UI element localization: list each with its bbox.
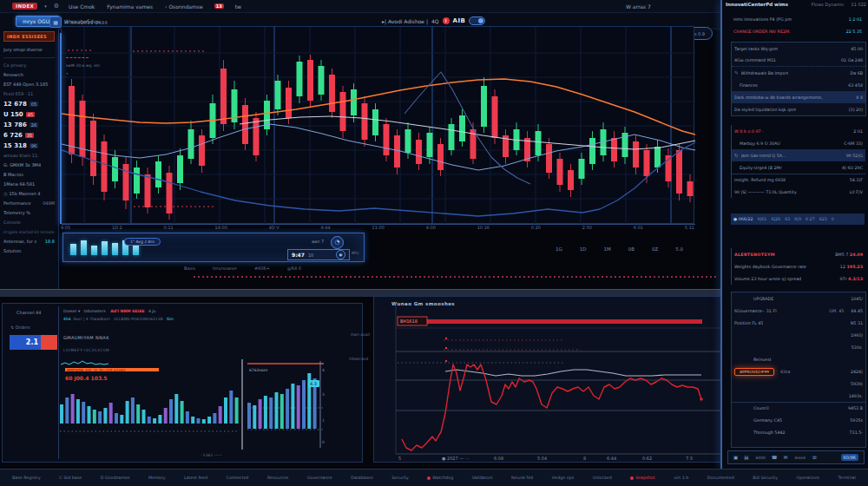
sidebar-row[interactable]: Equity-Urge4 (B 2Mr4) 6U 29C [732, 161, 865, 174]
sidebar-row[interactable]: CHANGE ORDER INV RE2M.22 5.35 [731, 25, 865, 37]
camera-icon[interactable]: ▣ [733, 455, 738, 460]
sidebar-item[interactable]: Antennas, fur s18.8 [3, 237, 55, 246]
status-item[interactable]: Validators [472, 476, 493, 480]
status-item[interactable]: Hedge ops [552, 476, 575, 480]
candlestick-chart[interactable] [62, 27, 695, 225]
status-item[interactable]: Latest feed [184, 476, 207, 480]
status-item[interactable]: Operations [797, 476, 819, 480]
sidebar-item[interactable]: Jury smqe diverse [3, 45, 55, 55]
status-item[interactable]: Base Registry [12, 476, 41, 480]
account-circle-icon[interactable]: ◔ [331, 236, 344, 249]
sidebar-row[interactable]: ALERTSNOTSYMBM5 7 24.09 [732, 248, 865, 260]
globe-icon[interactable]: ◉ [336, 250, 345, 259]
grid-view-icon[interactable]: ▦ [49, 16, 62, 28]
watchlist-row[interactable]: 6 72635 [3, 130, 55, 141]
sidebar-row[interactable]: 4Gw command M3101 Ga 248 [732, 55, 865, 67]
status-item[interactable]: Connected [227, 476, 249, 480]
sidebar-row[interactable]: Reinvest [732, 353, 865, 365]
status-item[interactable]: Governance [307, 476, 332, 480]
timeframe-button[interactable]: 5.0 [675, 246, 683, 252]
timeframe-button[interactable]: 1D [580, 246, 587, 252]
footer-chip[interactable]: 60/96 [841, 454, 858, 461]
sidebar-row[interactable]: Germany C455935s [732, 414, 865, 426]
sidebar-row[interactable]: Finances63 458 [732, 79, 865, 91]
page-button[interactable]: 6 27 [806, 217, 815, 221]
sidebar-row[interactable]: W 8 b o 0.97 ·2:01 [732, 125, 865, 137]
sidebar-row[interactable]: 5939) [732, 378, 865, 390]
timeframe-button[interactable]: 1G [556, 246, 562, 252]
status-item[interactable]: Unlocked [593, 476, 612, 480]
sidebar-row[interactable]: 6Governance-. 31 FIGM. 4584.45 [732, 305, 865, 317]
sidebar-row[interactable]: ↻Jam Gas-trend Q 5A…9h 52)G [732, 149, 865, 161]
page-button[interactable]: 623 [819, 217, 827, 221]
sidebar-row[interactable]: APPROVED#9943sa2424) [732, 365, 865, 378]
sidebar-item[interactable]: amxav Kiwis 11. [3, 151, 55, 161]
index-badge[interactable]: INDEX [12, 3, 37, 10]
sidebar-row[interactable]: 1993) [732, 329, 865, 341]
wrench-icon[interactable]: ⚙ [54, 3, 59, 10]
mode-badge[interactable]: 4Q [431, 18, 439, 24]
watchlist-row[interactable]: 15 31896 [3, 141, 55, 151]
aib-toggle[interactable] [469, 16, 485, 25]
page-button[interactable]: 6|26 [771, 217, 780, 221]
sidebar-row[interactable]: Da styled liquidation kqk qsm(3) 20) [732, 103, 865, 115]
page-button[interactable]: 9|61 [758, 217, 767, 221]
menu-item-coordinates[interactable]: ‹ Osonndamse [162, 3, 206, 10]
watchlist-row[interactable]: 12 67805 [3, 99, 55, 109]
sidebar-row[interactable]: 90 |S| ———— 73.0L QuantityL0 F)V [732, 186, 865, 198]
sidebar-row[interactable]: 530s. [732, 341, 865, 353]
time-box[interactable]: 9:47 10 ◉ [287, 249, 350, 260]
mail-icon[interactable]: ✉ [784, 455, 788, 460]
timeframe-button[interactable]: 0Z [652, 246, 658, 252]
drawdown-line-chart[interactable]: BH16185● 2027 — ···6:085:0486:440:627:3 [386, 302, 733, 463]
phone-2-icon[interactable]: ☏ [812, 455, 818, 460]
sidebar-row[interactable]: Dark mmbsba-w 4b boards arrangements,8 8 [732, 91, 865, 103]
sidebar-row[interactable]: UPGRADE1045/ [732, 292, 865, 305]
sidebar-row[interactable]: Hms Innovations P4 (PG pm1 2:01 [731, 13, 865, 25]
sidebar-item[interactable]: EST 449 Open 3.185 [3, 80, 55, 89]
status-item[interactable]: Bid Security [753, 476, 778, 480]
page-button[interactable]: 63 [785, 217, 790, 221]
sidebar-row[interactable]: Thorough 5442731.5- [732, 426, 865, 438]
sidebar-row[interactable]: Position FL 45N5 31 [732, 317, 865, 329]
sidebar-item[interactable]: Research [3, 70, 55, 80]
dosser-dropdown[interactable]: Dosser ▾ [63, 309, 80, 313]
volume-panel[interactable]: 1° Avg 2.8ro aan 7 ◔ 9:47 10 ◉ M5) [62, 233, 365, 262]
sidebar-item[interactable]: ◷15b Mainnet 4 [3, 189, 55, 199]
sidebar-row[interactable]: 1493s. [732, 390, 865, 402]
menu-item-2[interactable]: Fynamima vames [104, 3, 155, 10]
watchlist-row[interactable]: U 15045 [3, 109, 55, 120]
menu-item-1[interactable]: Use Cmok [66, 3, 97, 10]
page-button[interactable]: 0 [832, 217, 834, 221]
sidebar-row[interactable]: Target tasks Wq-gsm45.00 [732, 43, 865, 55]
sidebar-row[interactable]: ✎Withdrawals Ba ImportDa 6B [732, 67, 865, 79]
sidebar-header-badge[interactable]: INDX ESSISEES [3, 31, 55, 42]
watchlist-row[interactable]: 13 78626 [3, 120, 55, 130]
status-item[interactable]: Resources [267, 476, 289, 480]
sidebar-item[interactable]: Ca privacy [3, 61, 55, 70]
phone-icon[interactable]: ☎ [772, 455, 778, 460]
sidebar-item[interactable]: Performance049M [3, 199, 55, 208]
chevron-down-icon[interactable]: ▾ [44, 3, 47, 9]
metric-red-box[interactable] [41, 335, 57, 350]
status-item[interactable]: Databases [351, 476, 372, 480]
status-item[interactable]: Memory [148, 476, 166, 480]
sidebar-item[interactable]: Irrigate started kit remote [3, 227, 55, 237]
status-item[interactable]: Neural fed [511, 476, 533, 480]
status-item[interactable]: Watchdog [427, 476, 453, 480]
printer-icon[interactable]: ▤ [744, 455, 748, 460]
avg-pill[interactable]: 1° Avg 2.8ro [124, 238, 161, 246]
status-item[interactable]: D Goodnames [101, 476, 130, 480]
alert-badge[interactable]: ! [443, 17, 450, 24]
sidebar-item[interactable]: Console [3, 218, 55, 227]
sidebar-row[interactable]: Insight. Refund mg 693854.3)F [732, 174, 865, 186]
sidebar-item[interactable]: Telemetry % [3, 208, 55, 218]
sidebar-row[interactable]: Marbqy 6.9 O 30AUC-6M 33) [732, 137, 865, 149]
sidebar-item[interactable]: G: GMXM 3x 3M4 [3, 161, 55, 170]
sidebar-row[interactable]: Council9453 B [732, 402, 865, 414]
status-item[interactable]: virt 1·b [674, 476, 688, 480]
sidebar-item[interactable]: 1Mana 64-581 [3, 180, 55, 189]
approved-button[interactable]: APPROVED#99 [734, 368, 774, 376]
metric-blue-box[interactable]: 2.1 [10, 335, 41, 350]
status-item[interactable]: Terminal [838, 476, 855, 480]
